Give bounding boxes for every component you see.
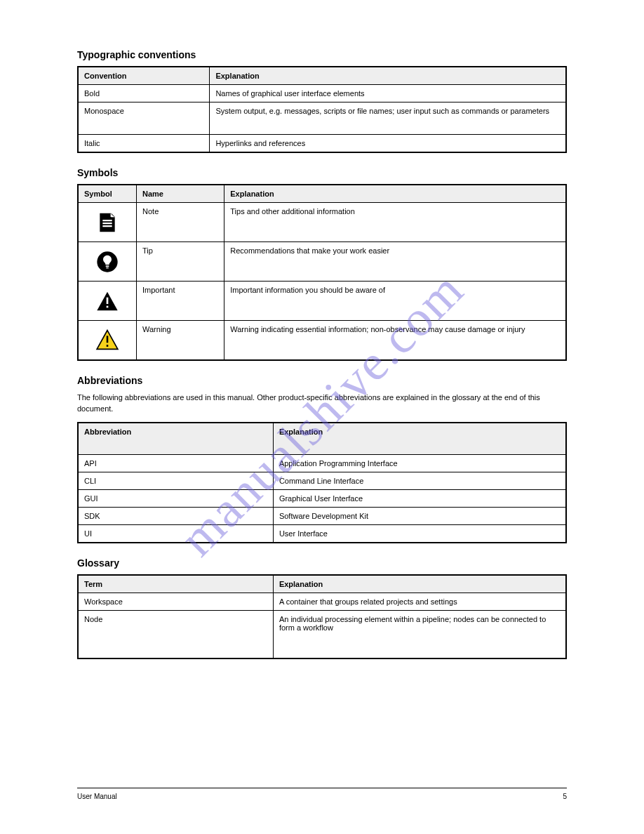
table-cell: Important xyxy=(137,282,224,321)
note-icon xyxy=(78,203,137,242)
abbreviations-intro: The following abbreviations are used in … xyxy=(77,392,567,415)
footer-page-number: 5 xyxy=(563,793,567,800)
typographic-header-convention: Convention xyxy=(78,67,210,85)
table-cell: Monospace xyxy=(78,102,210,135)
typographic-table: Convention Explanation Bold Names of gra… xyxy=(77,66,567,153)
table-cell: User Interface xyxy=(273,525,566,543)
table-cell: API xyxy=(78,455,273,472)
table-cell: A container that groups related projects… xyxy=(273,593,566,611)
table-cell: Tips and other additional information xyxy=(224,203,566,242)
table-cell: An individual processing element within … xyxy=(273,611,566,658)
table-cell: SDK xyxy=(78,508,273,525)
table-cell: Tip xyxy=(137,242,224,282)
svg-rect-1 xyxy=(107,297,109,303)
table-cell: Bold xyxy=(78,85,210,102)
svg-rect-4 xyxy=(107,345,109,347)
table-cell: Warning indicating essential information… xyxy=(224,321,566,360)
warn-icon xyxy=(78,282,137,321)
table-cell: GUI xyxy=(78,490,273,508)
glossary-header-explanation: Explanation xyxy=(273,575,566,593)
symbols-header-explanation: Explanation xyxy=(224,185,566,203)
caution-icon xyxy=(78,321,137,360)
tip-icon xyxy=(78,242,137,282)
table-cell: Hyperlinks and references xyxy=(210,135,566,153)
table-cell: UI xyxy=(78,525,273,543)
symbols-header-symbol: Symbol xyxy=(78,185,137,203)
table-cell: Warning xyxy=(137,321,224,360)
table-cell: Node xyxy=(78,611,273,658)
page-footer: User Manual 5 xyxy=(77,788,567,800)
typographic-header-explanation: Explanation xyxy=(210,67,566,85)
table-cell: Recommendations that make your work easi… xyxy=(224,242,566,282)
svg-rect-2 xyxy=(107,305,109,307)
abbreviations-table: Abbreviation Explanation API Application… xyxy=(77,422,567,544)
abbreviations-heading: Abbreviations xyxy=(77,375,567,386)
table-cell: CLI xyxy=(78,472,273,490)
table-cell: Names of graphical user interface elemen… xyxy=(210,85,566,102)
abbreviations-header-abbr: Abbreviation xyxy=(78,423,273,455)
abbreviations-header-explanation: Explanation xyxy=(273,423,566,455)
svg-rect-3 xyxy=(107,336,109,343)
table-cell: Command Line Interface xyxy=(273,472,566,490)
table-cell: Software Development Kit xyxy=(273,508,566,525)
footer-title: User Manual xyxy=(77,793,117,800)
glossary-heading: Glossary xyxy=(77,557,567,569)
table-cell: Application Programming Interface xyxy=(273,455,566,472)
typographic-heading: Typographic conventions xyxy=(77,49,567,60)
symbols-table: Symbol Name Explanation Note Tips and ot… xyxy=(77,184,567,361)
table-cell: Important information you should be awar… xyxy=(224,282,566,321)
glossary-table: Term Explanation Workspace A container t… xyxy=(77,574,567,659)
symbols-header-name: Name xyxy=(137,185,224,203)
table-cell: System output, e.g. messages, scripts or… xyxy=(210,102,566,135)
symbols-heading: Symbols xyxy=(77,167,567,178)
table-cell: Italic xyxy=(78,135,210,153)
glossary-header-term: Term xyxy=(78,575,273,593)
table-cell: Graphical User Interface xyxy=(273,490,566,508)
table-cell: Note xyxy=(137,203,224,242)
table-cell: Workspace xyxy=(78,593,273,611)
